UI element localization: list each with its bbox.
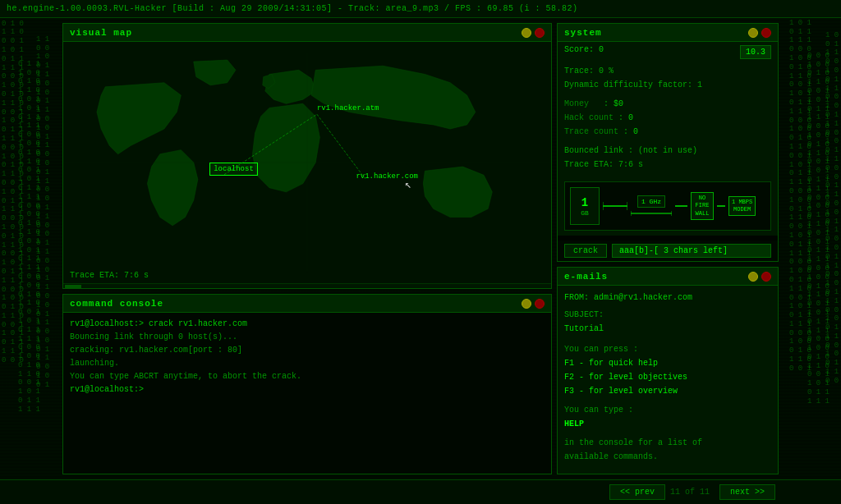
node-atm: rv1.hacker.atm: [317, 104, 379, 112]
system-title: system: [564, 28, 602, 38]
system-money-colon: :: [594, 99, 614, 108]
page-info: 11 of 11: [670, 488, 710, 497]
minimize-btn-console[interactable]: [522, 299, 531, 309]
map-content: localhost rv1.hacker.atm rv1.hacker.com …: [63, 42, 551, 283]
map-trace-eta: Trace ETA: 7:6 s: [70, 271, 149, 280]
net-ghz-value: 1 GHz: [641, 198, 661, 205]
system-trace-value: 0: [633, 127, 638, 136]
system-content: Trace: 0 % Dynamic difficulty factor: 1 …: [558, 59, 778, 176]
system-panel: system Score: 0 10.3 Trace: 0 % Dynamic …: [557, 23, 779, 262]
net-mini-lines: [631, 209, 672, 218]
email-body-2: F2 - for level objectives: [564, 370, 771, 384]
net-modem-box: 1 MBPSMODEM: [728, 196, 756, 216]
net-gb-label: GB: [581, 209, 589, 217]
world-map-svg: [63, 42, 551, 283]
net-arrow: [675, 187, 687, 225]
matrix-col-6: 1 0 00 1 01 1 00 0 11 0 10 1 11 1 10 0 0…: [825, 22, 841, 394]
email-body-0: You can press :: [564, 342, 771, 356]
bottom-bar: << prev 11 of 11 next >>: [0, 479, 841, 504]
system-controls: [748, 28, 771, 38]
title-bar: he.engine-1.00.0093.RVL-Hacker [Build : …: [0, 0, 841, 18]
console-controls: [522, 299, 545, 309]
node-localhost: localhost: [209, 163, 258, 176]
system-score: Score: 0: [564, 45, 604, 54]
email-from: FROM: admin@rv1.hacker.com: [564, 291, 771, 305]
next-button[interactable]: next >>: [719, 484, 775, 500]
system-trace-eta: Trace ETA: 7:6 s: [564, 158, 771, 172]
email-subject-label: SUBJECT:: [564, 308, 771, 322]
email-body: You can press : F1 - for quick help F2 -…: [564, 342, 771, 464]
main-layout: visual map: [57, 18, 784, 479]
right-column: system Score: 0 10.3 Trace: 0 % Dynamic …: [557, 23, 779, 474]
net-gb-box: 1 GB: [570, 187, 600, 225]
net-firewall-box: NOFIREWALL: [691, 192, 714, 219]
node-localhost-label: localhost: [214, 165, 254, 173]
console-line-3: launching.: [70, 357, 545, 370]
map-scrollbar[interactable]: [63, 283, 551, 288]
system-money-label: Money: [564, 99, 589, 108]
close-btn-console[interactable]: [535, 299, 545, 309]
net-modem-label: 1 MBPSMODEM: [732, 199, 752, 213]
email-controls: [748, 272, 771, 282]
prev-button[interactable]: << prev: [609, 484, 665, 500]
net-stack: 1 GHz: [631, 195, 672, 218]
email-body-1: F1 - for quick help: [564, 356, 771, 370]
system-hack-label: Hack count: [564, 113, 614, 122]
system-money-value: $0: [614, 99, 623, 108]
map-scrollbar-thumb: [65, 285, 81, 288]
net-arrow2: [717, 187, 725, 225]
system-bounced: Bounced link : (not in use): [564, 144, 771, 158]
console-panel: command console rv1@localhost:> crack rv…: [62, 294, 552, 474]
console-header: command console: [63, 295, 551, 313]
minimize-btn-system[interactable]: [748, 28, 758, 38]
net-ghz-box: 1 GHz: [637, 195, 665, 208]
minimize-btn-map[interactable]: [522, 28, 531, 38]
close-btn-system[interactable]: [761, 28, 771, 38]
console-title: command console: [70, 299, 163, 309]
system-hack-colon: :: [618, 113, 628, 122]
visual-map-panel: visual map: [62, 23, 552, 289]
email-body-9: available commands.: [564, 450, 771, 464]
system-difficulty: Dynamic difficulty factor: 1: [564, 78, 771, 92]
close-btn-email[interactable]: [761, 272, 771, 282]
email-content: FROM: admin@rv1.hacker.com SUBJECT: Tuto…: [558, 286, 778, 474]
console-line-1: Bouncing link through 0 host(s)...: [70, 331, 545, 344]
crack-button[interactable]: crack: [564, 244, 607, 258]
net-line-1: [603, 187, 627, 225]
matrix-right: 1 0 10 1 11 1 10 0 01 0 00 1 01 1 00 0 1…: [788, 18, 841, 479]
email-subject-label-text: SUBJECT:: [564, 310, 604, 319]
visual-map-controls: [522, 28, 545, 38]
email-panel: e-mails FROM: admin@rv1.hacker.com SUBJE…: [557, 267, 779, 474]
visual-map-title: visual map: [70, 28, 132, 38]
close-btn-map[interactable]: [535, 28, 545, 38]
console-content[interactable]: rv1@localhost:> crack rv1.hacker.com Bou…: [63, 313, 551, 474]
map-cursor: ↖: [405, 177, 411, 191]
console-line-5: rv1@localhost:>: [70, 383, 545, 396]
crack-input-display: aaa[b]-[ 3 chars left]: [612, 244, 771, 258]
email-body-6: HELP: [564, 417, 771, 431]
system-version: 10.3: [740, 45, 771, 59]
crack-bar: crack aaa[b]-[ 3 chars left]: [558, 241, 778, 261]
minimize-btn-email[interactable]: [748, 272, 758, 282]
system-hack-value: 0: [628, 113, 633, 122]
console-line-4: You can type ABCRT anytime, to abort the…: [70, 370, 545, 383]
email-body-3: F3 - for level overview: [564, 384, 771, 398]
system-trace: Trace: 0 %: [564, 64, 771, 78]
left-column: visual map: [62, 23, 552, 474]
network-diagram: 1 GB 1 GHz: [564, 181, 771, 231]
system-trace-colon: :: [623, 127, 633, 136]
matrix-col-3: 1 1 00 0 11 0 10 1 11 1 10 0 01 0 00 1 0…: [36, 26, 53, 398]
console-line-0: rv1@localhost:> crack rv1.hacker.com: [70, 318, 545, 331]
system-trace-label: Trace count: [564, 127, 618, 136]
visual-map-header: visual map: [63, 24, 551, 42]
title-bar-text: he.engine-1.00.0093.RVL-Hacker [Build : …: [7, 4, 578, 13]
system-header: system: [558, 24, 778, 42]
net-gb-size: 1: [581, 196, 588, 209]
node-atm-label: rv1.hacker.atm: [317, 104, 379, 112]
email-subject-value: Tutorial: [564, 322, 771, 336]
email-body-5: You can type :: [564, 403, 771, 417]
net-firewall-label: NOFIREWALL: [694, 195, 710, 217]
email-header: e-mails: [558, 268, 778, 286]
matrix-left: 1 0 00 1 01 1 00 0 11 0 10 1 11 1 10 0 0…: [0, 18, 53, 479]
console-line-2: cracking: rv1.hacker.com[port : 80]: [70, 344, 545, 357]
